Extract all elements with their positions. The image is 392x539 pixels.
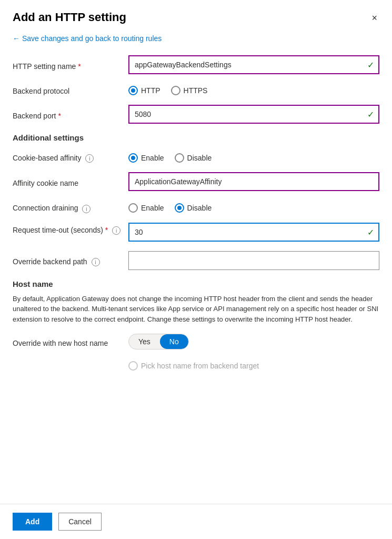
override-host-name-yes[interactable]: Yes	[129, 334, 160, 349]
override-host-name-row: Override with new host name Yes No	[13, 334, 379, 350]
request-timeout-row: Request time-out (seconds) * i ✓	[13, 223, 379, 242]
cookie-affinity-label: Cookie-based affinity i	[13, 151, 128, 163]
cookie-affinity-enable-radio[interactable]	[128, 153, 138, 163]
http-setting-name-label: HTTP setting name *	[13, 59, 128, 71]
backend-port-input[interactable]	[128, 105, 379, 124]
pick-host-name-row: Pick host name from backend target	[13, 359, 379, 371]
http-setting-name-control: ✓	[128, 55, 379, 74]
request-timeout-info-icon[interactable]: i	[112, 226, 120, 235]
cookie-affinity-disable-option[interactable]: Disable	[175, 153, 212, 163]
backend-protocol-https-option[interactable]: HTTPS	[171, 86, 208, 95]
pick-host-name-control: Pick host name from backend target	[128, 359, 379, 371]
request-timeout-label: Request time-out (seconds) * i	[13, 223, 128, 235]
required-marker: *	[78, 62, 81, 71]
host-name-section-title: Host name	[13, 280, 379, 288]
affinity-cookie-name-wrapper	[128, 172, 379, 191]
override-backend-path-control	[128, 251, 379, 270]
host-name-description: By default, Application Gateway does not…	[13, 294, 379, 325]
backend-protocol-http-label: HTTP	[141, 86, 160, 95]
connection-draining-disable-label: Disable	[187, 204, 212, 212]
backend-protocol-http-radio[interactable]	[128, 86, 138, 95]
http-setting-name-check: ✓	[367, 60, 374, 70]
request-timeout-wrapper: ✓	[128, 223, 379, 242]
override-host-name-no[interactable]: No	[160, 334, 188, 349]
cookie-affinity-disable-label: Disable	[187, 154, 212, 162]
backend-protocol-http-radio-inner	[131, 88, 135, 93]
override-backend-path-row: Override backend path i	[13, 251, 379, 270]
cookie-affinity-enable-label: Enable	[141, 154, 164, 162]
request-timeout-required: *	[105, 226, 108, 234]
pick-host-name-spacer	[13, 363, 128, 366]
backend-port-wrapper: ✓	[128, 105, 379, 124]
pick-host-name-radio	[128, 361, 138, 371]
backend-port-required: *	[58, 112, 61, 120]
connection-draining-label: Connection draining i	[13, 201, 128, 213]
http-setting-name-wrapper: ✓	[128, 55, 379, 74]
panel-header: Add an HTTP setting ×	[13, 11, 379, 26]
backend-protocol-https-radio[interactable]	[171, 86, 180, 95]
backend-protocol-control: HTTP HTTPS	[128, 84, 379, 95]
affinity-cookie-name-row: Affinity cookie name	[13, 172, 379, 191]
override-backend-path-input[interactable]	[128, 251, 379, 270]
connection-draining-info-icon[interactable]: i	[82, 205, 91, 213]
cookie-affinity-info-icon[interactable]: i	[85, 154, 94, 163]
backend-port-control: ✓	[128, 105, 379, 124]
connection-draining-enable-label: Enable	[141, 204, 164, 212]
add-http-setting-panel: Add an HTTP setting × ← Save changes and…	[0, 0, 392, 539]
cookie-affinity-row: Cookie-based affinity i Enable Disable	[13, 151, 379, 163]
request-timeout-input[interactable]	[128, 223, 379, 242]
connection-draining-disable-option[interactable]: Disable	[175, 203, 212, 213]
request-timeout-check: ✓	[367, 227, 374, 237]
backend-protocol-http-option[interactable]: HTTP	[128, 86, 160, 95]
panel-title: Add an HTTP setting	[13, 11, 126, 24]
override-backend-path-label: Override backend path i	[13, 254, 128, 266]
affinity-cookie-name-control	[128, 172, 379, 191]
pick-host-name-label: Pick host name from backend target	[141, 362, 259, 370]
override-host-name-toggle: Yes No	[128, 334, 189, 350]
add-button[interactable]: Add	[13, 513, 52, 531]
request-timeout-control: ✓	[128, 223, 379, 242]
cancel-button[interactable]: Cancel	[58, 513, 102, 531]
affinity-cookie-name-label: Affinity cookie name	[13, 176, 128, 187]
pick-host-name-option: Pick host name from backend target	[128, 361, 259, 371]
footer: Add Cancel	[0, 504, 392, 539]
http-setting-name-input[interactable]	[128, 55, 379, 74]
back-link[interactable]: ← Save changes and go back to routing ru…	[13, 34, 162, 43]
cookie-affinity-radio-group: Enable Disable	[128, 151, 379, 163]
connection-draining-enable-radio[interactable]	[128, 203, 138, 213]
connection-draining-row: Connection draining i Enable Disable	[13, 201, 379, 213]
cookie-affinity-control: Enable Disable	[128, 151, 379, 163]
connection-draining-control: Enable Disable	[128, 201, 379, 213]
content-area: ← Save changes and go back to routing ru…	[13, 34, 379, 418]
cookie-affinity-enable-option[interactable]: Enable	[128, 153, 164, 163]
connection-draining-radio-group: Enable Disable	[128, 201, 379, 213]
cookie-affinity-disable-radio[interactable]	[175, 153, 184, 163]
connection-draining-disable-radio[interactable]	[175, 203, 184, 213]
connection-draining-enable-option[interactable]: Enable	[128, 203, 164, 213]
pick-host-name-radio-group: Pick host name from backend target	[128, 359, 379, 371]
override-host-name-label: Override with new host name	[13, 336, 128, 347]
connection-draining-disable-radio-inner	[177, 206, 182, 210]
override-backend-path-info-icon[interactable]: i	[92, 258, 100, 266]
http-setting-name-row: HTTP setting name * ✓	[13, 55, 379, 74]
backend-port-check: ✓	[367, 109, 374, 119]
override-host-name-control: Yes No	[128, 334, 379, 350]
affinity-cookie-name-input[interactable]	[128, 172, 379, 191]
cookie-affinity-enable-radio-inner	[131, 156, 135, 160]
backend-protocol-radio-group: HTTP HTTPS	[128, 84, 379, 95]
backend-port-row: Backend port * ✓	[13, 105, 379, 124]
additional-settings-title: Additional settings	[13, 133, 379, 142]
backend-protocol-row: Backend protocol HTTP HTTPS	[13, 84, 379, 95]
backend-protocol-label: Backend protocol	[13, 84, 128, 95]
close-button[interactable]: ×	[369, 11, 379, 26]
backend-port-label: Backend port *	[13, 108, 128, 120]
backend-protocol-https-label: HTTPS	[184, 86, 208, 95]
